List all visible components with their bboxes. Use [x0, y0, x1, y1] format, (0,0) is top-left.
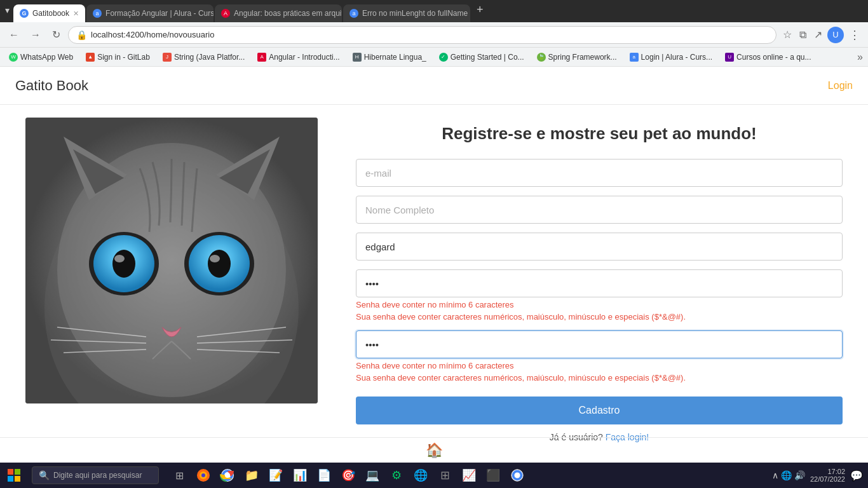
bookmark-hibernate[interactable]: H Hibernate Lingua_: [349, 51, 430, 63]
taskbar: 🔍 Digite aqui para pesquisar ⊞ 📁 📝 📊 📄 🎯: [0, 463, 868, 488]
tab-close-gatitobook[interactable]: ✕: [73, 10, 79, 18]
password-complexity-error: Sua senha deve conter caracteres numéric…: [356, 312, 843, 322]
tab-favicon-alura1: a: [93, 9, 102, 18]
username-input[interactable]: [356, 233, 843, 261]
notification-button[interactable]: 💬: [850, 470, 863, 482]
tab-menu-button[interactable]: ▾: [3, 5, 12, 15]
svg-point-33: [515, 473, 519, 477]
tab-alura2[interactable]: a Erro no minLenght do fullName ✕: [343, 4, 470, 22]
home-icon[interactable]: 🏠: [426, 442, 443, 459]
confirm-password-min-length-error: Senha deve conter no mínimo 6 caracteres: [356, 361, 843, 370]
taskbar-tool2[interactable]: ⚙: [385, 464, 408, 487]
star-button[interactable]: ☆: [780, 26, 794, 43]
app-header: Gatito Book Login: [0, 67, 868, 105]
bookmark-favicon-getting-started: ✓: [439, 53, 448, 62]
email-input[interactable]: [356, 159, 843, 187]
bookmark-favicon-java: J: [163, 53, 172, 62]
taskbar-tool4[interactable]: ⊞: [433, 464, 456, 487]
bookmarks-more-button[interactable]: »: [857, 51, 863, 63]
tab-angular[interactable]: A Angular: boas práticas em arquit... ✕: [215, 4, 342, 22]
bookmark-whatsapp[interactable]: W WhatsApp Web: [5, 51, 77, 63]
taskbar-clock[interactable]: 17:02 22/07/2022: [810, 468, 845, 483]
svg-point-30: [225, 473, 230, 478]
form-title: Registre-se e mostre seu pet ao mundo!: [356, 124, 843, 144]
taskbar-search[interactable]: 🔍 Digite aqui para pesquisar: [32, 466, 159, 484]
back-button[interactable]: ←: [5, 27, 23, 43]
username-form-group: [356, 233, 843, 261]
svg-rect-24: [15, 476, 20, 482]
cat-image: [25, 118, 318, 403]
tab-label-gatitobook: Gatitobook: [32, 9, 69, 18]
network-icon[interactable]: 🌐: [781, 470, 792, 480]
svg-rect-22: [15, 469, 20, 475]
confirm-password-complexity-error: Sua senha deve conter caracteres numéric…: [356, 373, 843, 383]
password-min-length-error: Senha deve conter no mínimo 6 caracteres: [356, 300, 843, 309]
svg-rect-23: [8, 476, 13, 482]
volume-icon[interactable]: 🔊: [794, 470, 805, 480]
bookmark-spring[interactable]: 🍃 Spring Framework...: [533, 51, 621, 63]
tab-favicon-alura2: a: [349, 9, 358, 18]
taskbar-tool1[interactable]: 🎯: [337, 464, 360, 487]
taskbar-tool3[interactable]: 🌐: [409, 464, 432, 487]
taskbar-chrome[interactable]: [216, 464, 239, 487]
cadastro-button[interactable]: Cadastro: [356, 396, 843, 424]
bookmark-java[interactable]: J String (Java Platfor...: [159, 51, 248, 63]
extensions-button[interactable]: ⧉: [797, 27, 809, 43]
windows-logo-icon: [8, 469, 20, 482]
taskbar-files[interactable]: 📁: [240, 464, 263, 487]
taskbar-doc[interactable]: 📄: [313, 464, 336, 487]
tab-bar: ▾ G Gatitobook ✕ a Formação Angular | Al…: [0, 0, 868, 22]
svg-point-6: [114, 255, 125, 262]
bookmark-gitlab[interactable]: ▲ Sign in - GitLab: [82, 51, 154, 63]
bookmark-favicon-whatsapp: W: [9, 53, 18, 62]
new-tab-button[interactable]: +: [471, 3, 489, 17]
svg-point-9: [208, 250, 231, 278]
svg-rect-21: [8, 469, 13, 475]
app-logo: Gatito Book: [15, 78, 88, 94]
password-input[interactable]: [356, 269, 843, 297]
app-logo-text: Gatito Book: [15, 78, 88, 93]
reload-button[interactable]: ↻: [48, 26, 64, 43]
taskbar-right: ∧ 🌐 🔊 17:02 22/07/2022 💬: [772, 468, 868, 483]
nav-bar: ← → ↻ 🔒 localhost:4200/home/novousuario …: [0, 22, 868, 48]
fullname-form-group: [356, 196, 843, 224]
tab-alura1[interactable]: a Formação Angular | Alura - Curs... ✕: [86, 4, 214, 22]
taskbar-vscode[interactable]: 💻: [361, 464, 384, 487]
bookmark-favicon-hibernate: H: [353, 53, 362, 62]
forward-button[interactable]: →: [27, 27, 44, 43]
profile-icon[interactable]: U: [827, 27, 844, 43]
address-bar[interactable]: 🔒 localhost:4200/home/novousuario: [68, 26, 776, 44]
tab-label-alura1: Formação Angular | Alura - Curs...: [105, 9, 214, 18]
bookmark-cursos[interactable]: U Cursos online - a qu...: [721, 51, 815, 63]
bookmark-label-java: String (Java Platfor...: [174, 53, 245, 62]
taskbar-excel[interactable]: 📈: [458, 464, 480, 487]
tab-gatitobook[interactable]: G Gatitobook ✕: [13, 4, 85, 22]
address-text: localhost:4200/home/novousuario: [91, 30, 214, 39]
taskbar-firefox[interactable]: [192, 464, 215, 487]
taskbar-chrome2[interactable]: [506, 464, 529, 487]
taskbar-time: 17:02: [810, 468, 845, 475]
header-login-link[interactable]: Login: [828, 80, 853, 92]
taskbar-taskview[interactable]: ⊞: [168, 464, 191, 487]
bookmark-favicon-spring: 🍃: [537, 53, 546, 62]
chevron-up-icon[interactable]: ∧: [772, 470, 778, 480]
bookmark-label-gitlab: Sign in - GitLab: [97, 53, 150, 62]
bookmark-angular[interactable]: A Angular - Introducti...: [254, 51, 343, 63]
bookmark-getting-started[interactable]: ✓ Getting Started | Co...: [435, 51, 528, 63]
start-button[interactable]: [0, 463, 28, 488]
taskbar-notepad[interactable]: 📝: [264, 464, 287, 487]
tab-label-alura2: Erro no minLenght do fullName: [362, 9, 468, 18]
bookmark-alura-login[interactable]: a Login | Alura - Curs...: [626, 51, 717, 63]
svg-point-27: [201, 473, 205, 477]
browser-menu-button[interactable]: ⋮: [846, 25, 863, 44]
bookmark-favicon-cursos: U: [725, 53, 734, 62]
share-button[interactable]: ↗: [811, 26, 825, 43]
confirm-password-input[interactable]: [356, 330, 843, 358]
taskbar-sheets[interactable]: 📊: [288, 464, 311, 487]
fullname-input[interactable]: [356, 196, 843, 224]
main-area: Registre-se e mostre seu pet ao mundo! S…: [0, 105, 868, 463]
taskbar-terminal[interactable]: ⬛: [482, 464, 505, 487]
nav-icons: ☆ ⧉ ↗ U ⋮: [780, 25, 863, 44]
bookmark-label-hibernate: Hibernate Lingua_: [364, 53, 426, 62]
confirm-password-form-group: Senha deve conter no mínimo 6 caracteres…: [356, 330, 843, 383]
